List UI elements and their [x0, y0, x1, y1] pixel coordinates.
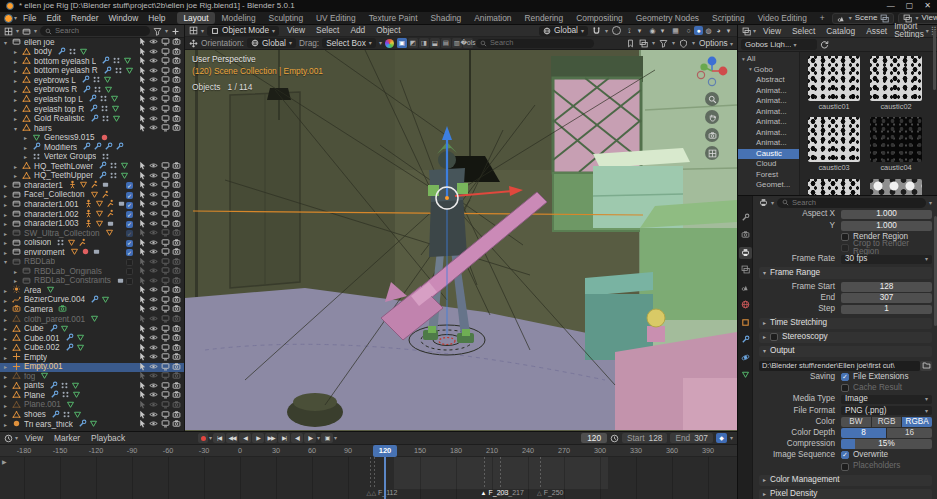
asset-item[interactable]: caustic04	[870, 117, 922, 171]
expand-icon[interactable]: ▸	[4, 193, 12, 199]
folder-browse-icon[interactable]	[920, 361, 932, 371]
viewport-menu-select[interactable]: Select	[311, 25, 344, 35]
falloff-color-wheel-icon[interactable]	[385, 39, 394, 48]
exclude-checkbox[interactable]	[126, 259, 133, 266]
catalog-item[interactable]: ▾All	[738, 54, 799, 65]
close-button[interactable]: ✕	[924, 2, 931, 10]
display-mode-icon[interactable]	[22, 27, 31, 36]
outliner-row[interactable]: ▸Modifiers	[0, 143, 184, 153]
outliner-row[interactable]: ▸RBDLab_Constraints	[0, 277, 184, 287]
expand-icon[interactable]: ▸	[4, 345, 12, 351]
overlays-toggle[interactable]: ◉▾	[648, 26, 667, 35]
refresh-icon[interactable]	[820, 40, 829, 49]
expand-icon[interactable]: ▸	[24, 154, 32, 160]
import-settings-dropdown[interactable]: Import Settings▾ ⣿	[894, 23, 937, 39]
keying-set-icon[interactable]: ◆	[716, 433, 727, 443]
jump-end-button[interactable]: ▶|	[278, 433, 290, 443]
copy-settings-icon[interactable]	[639, 39, 648, 48]
viewport-visibility-icon[interactable]	[161, 276, 170, 287]
editor-type-icon[interactable]	[759, 198, 768, 207]
color-option-rgb[interactable]: RGB	[872, 417, 902, 427]
exclude-checkbox[interactable]	[126, 278, 133, 285]
xray-toggle[interactable]: ▦	[671, 26, 680, 35]
expand-icon[interactable]: ▸	[14, 173, 22, 179]
output-section-header[interactable]: ▾Output	[759, 346, 932, 358]
tab-scripting[interactable]: Scripting	[706, 12, 751, 24]
expand-icon[interactable]: ▸	[14, 164, 22, 170]
asset-thumbnail[interactable]	[808, 56, 860, 101]
asset-item[interactable]: caustic03	[808, 117, 860, 171]
outliner-row[interactable]: ▸Plane.001	[0, 401, 184, 411]
current-frame-chip[interactable]: 120	[373, 445, 397, 457]
expand-icon[interactable]: ▸	[4, 183, 12, 189]
exclude-checkbox[interactable]: ✓	[126, 182, 133, 189]
asset-library-dropdown[interactable]: Gobos Ligh...▾	[741, 39, 817, 50]
properties-tab-physics[interactable]	[739, 352, 752, 364]
new-collection-icon[interactable]	[171, 27, 180, 36]
viewport-canvas[interactable]: User Perspective (120) Scene Collection …	[185, 50, 737, 431]
expand-icon[interactable]: ▸	[4, 240, 12, 246]
camera-view-icon[interactable]	[705, 128, 719, 142]
exclude-checkbox[interactable]: ✓	[126, 202, 133, 209]
timeline-menu-marker[interactable]: Marker	[49, 433, 85, 443]
exclude-checkbox[interactable]: ✓	[126, 240, 133, 247]
outliner-row[interactable]: ▾hairs	[0, 124, 184, 134]
viewport-menu-view[interactable]: View	[282, 25, 310, 35]
frame-end-field[interactable]: 307	[841, 293, 932, 303]
tool-search-input[interactable]: Search	[476, 39, 594, 48]
next-keyframe-button[interactable]: ▶▶	[265, 433, 277, 443]
active-tool-icon[interactable]	[189, 39, 198, 48]
tab-rendering[interactable]: Rendering	[519, 12, 570, 24]
tab-shading[interactable]: Shading	[425, 12, 468, 24]
catalog-item[interactable]: Animat...	[738, 107, 799, 118]
menu-window[interactable]: Window	[103, 13, 143, 23]
outliner-row[interactable]: ▸Tri ears_thick	[0, 420, 184, 430]
outliner-row[interactable]: ▸SW_Ultra_Collection✓	[0, 229, 184, 239]
color-option-rgba[interactable]: RGBA	[902, 417, 932, 427]
expand-icon[interactable]: ▸	[24, 145, 32, 151]
expand-icon[interactable]: ▸	[4, 403, 12, 409]
expand-icon[interactable]: ▸	[4, 250, 12, 256]
properties-tab-world[interactable]	[739, 300, 752, 312]
properties-tab-data[interactable]	[739, 370, 752, 382]
asset-item[interactable]: caustic02	[870, 56, 922, 110]
preview-range-icon[interactable]	[610, 434, 619, 443]
expand-icon[interactable]: ▸	[14, 116, 22, 122]
asset-thumbnail[interactable]	[870, 179, 922, 195]
play-button[interactable]: ▶	[252, 433, 264, 443]
expand-icon[interactable]: ▾	[4, 40, 12, 46]
asset-thumbnail[interactable]	[808, 179, 860, 195]
render-visibility-icon[interactable]	[172, 419, 181, 430]
proportional-editing-icon[interactable]	[612, 26, 621, 35]
outliner-row[interactable]: ▸fog	[0, 372, 184, 382]
expand-icon[interactable]: ▸	[14, 68, 22, 74]
expand-icon[interactable]: ▸	[4, 288, 12, 294]
expand-icon[interactable]: ▸	[4, 317, 12, 323]
render-visibility-icon[interactable]	[172, 123, 181, 134]
expand-icon[interactable]: ▸	[14, 78, 22, 84]
expand-icon[interactable]: ▸	[4, 221, 12, 227]
output-path-field[interactable]: D:\Blender stuff\render\Ellen joe\first …	[759, 361, 920, 371]
catalog-item[interactable]: Caustic	[738, 149, 799, 160]
catalog-item[interactable]: Animat...	[738, 117, 799, 128]
tab-uv-editing[interactable]: UV Editing	[310, 12, 362, 24]
expand-icon[interactable]: ▸	[14, 278, 22, 284]
asset-thumbnail[interactable]	[808, 117, 860, 162]
tab-compositing[interactable]: Compositing	[570, 12, 629, 24]
sync-button[interactable]: ▣	[321, 433, 333, 443]
catalog-item[interactable]: Cloud	[738, 159, 799, 170]
playhead[interactable]	[384, 457, 386, 499]
properties-tab-view-layer[interactable]	[739, 265, 752, 277]
asset-thumbnail[interactable]	[870, 56, 922, 101]
file-extensions-checkbox[interactable]: ✓	[841, 373, 849, 381]
aspect-x-field[interactable]: 1.000	[841, 210, 932, 220]
expand-icon[interactable]: ▸	[14, 49, 22, 55]
expand-icon[interactable]: ▸	[4, 231, 12, 237]
hide-icon[interactable]	[149, 400, 158, 411]
color-seg[interactable]: BWRGBRGBA	[841, 417, 932, 427]
overwrite-checkbox[interactable]: ✓	[841, 451, 849, 459]
tab-geometry-nodes[interactable]: Geometry Nodes	[630, 12, 705, 24]
selectable-icon[interactable]	[138, 371, 147, 382]
menu-edit[interactable]: Edit	[42, 13, 66, 23]
time-stretching-section-header[interactable]: ▸Time Stretching	[759, 318, 932, 330]
